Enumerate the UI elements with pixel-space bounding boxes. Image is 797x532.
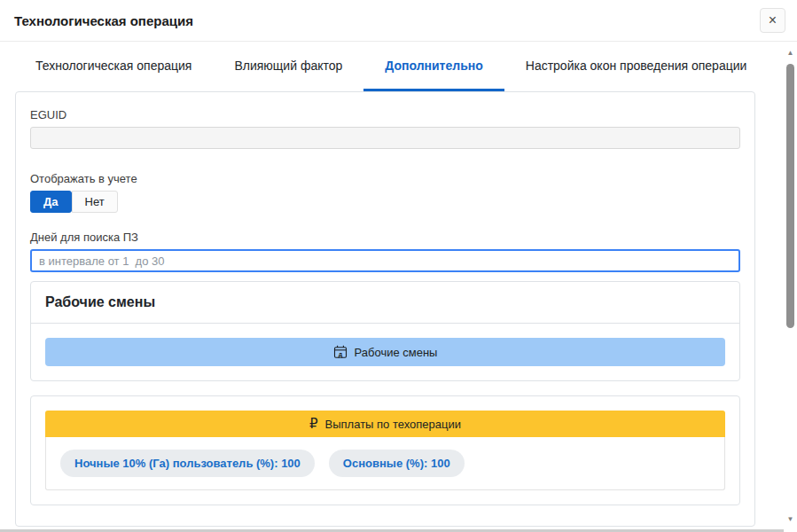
work-shifts-card: Рабочие смены д Рабочие смены — [30, 281, 740, 381]
payment-badge[interactable]: Ночные 10% (Га) пользователь (%): 100 — [60, 450, 315, 477]
scroll-up-icon[interactable]: ▲ — [784, 49, 797, 57]
scrollbar-thumb[interactable] — [786, 64, 794, 328]
modal-title: Технологическая операция — [14, 13, 193, 28]
ruble-icon: ₽ — [309, 416, 318, 432]
close-button[interactable]: × — [760, 8, 785, 33]
display-in-accounting-label: Отображать в учете — [30, 172, 740, 185]
tab-influencing-factor[interactable]: Влияющий фактор — [213, 42, 363, 91]
tab-bar: Технологическая операция Влияющий фактор… — [0, 42, 797, 91]
days-search-input[interactable] — [30, 249, 740, 272]
work-shifts-title: Рабочие смены — [31, 282, 739, 324]
eguid-input[interactable] — [30, 127, 740, 149]
calendar-day-icon: д — [333, 345, 348, 359]
payments-badge-list: Ночные 10% (Га) пользователь (%): 100 Ос… — [45, 437, 725, 490]
tab-operation-windows[interactable]: Настройка окон проведения операции — [504, 42, 769, 91]
vertical-scrollbar[interactable]: ▲ ▼ — [784, 42, 797, 532]
payments-body: ₽ Выплаты по техоперации Ночные 10% (Га)… — [31, 396, 739, 505]
tab-content-panel: EGUID Отображать в учете Да Нет Дней для… — [15, 91, 755, 527]
payments-button[interactable]: ₽ Выплаты по техоперации — [45, 411, 725, 437]
payment-badge[interactable]: Основные (%): 100 — [329, 450, 465, 477]
payments-card: ₽ Выплаты по техоперации Ночные 10% (Га)… — [30, 395, 740, 505]
display-in-accounting-toggle: Да Нет — [30, 191, 118, 213]
tab-additional[interactable]: Дополнительно — [363, 42, 504, 91]
work-shifts-button[interactable]: д Рабочие смены — [45, 338, 725, 366]
days-search-label: Дней для поиска ПЗ — [30, 231, 740, 244]
modal-header: Технологическая операция — [0, 0, 797, 42]
eguid-label: EGUID — [30, 108, 740, 121]
toggle-no[interactable]: Нет — [72, 191, 118, 213]
toggle-yes[interactable]: Да — [30, 191, 72, 213]
close-icon: × — [769, 13, 777, 27]
work-shifts-body: д Рабочие смены — [31, 324, 739, 380]
scroll-down-icon[interactable]: ▼ — [784, 515, 797, 523]
payments-button-label: Выплаты по техоперации — [325, 418, 461, 431]
svg-text:д: д — [338, 351, 342, 358]
work-shifts-button-label: Рабочие смены — [355, 346, 438, 359]
tab-tech-operation[interactable]: Технологическая операция — [14, 42, 213, 91]
